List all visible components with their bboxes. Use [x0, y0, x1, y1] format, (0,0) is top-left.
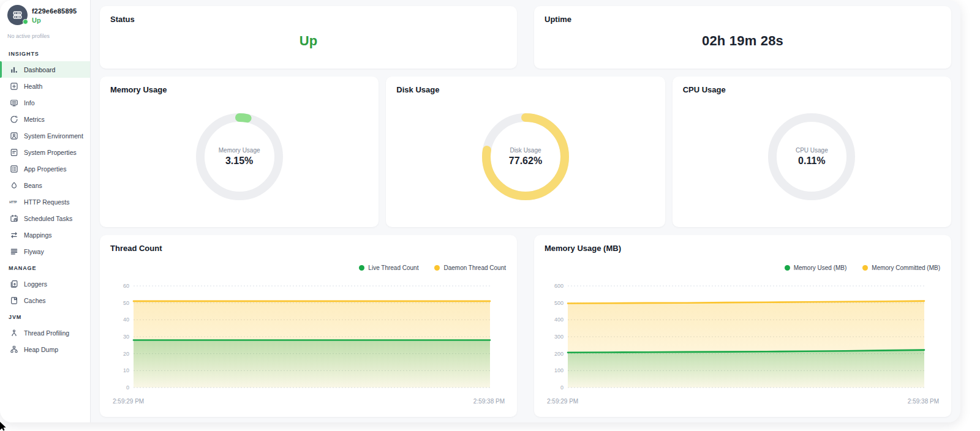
svg-text:2:59:29 PM: 2:59:29 PM	[113, 398, 144, 405]
sidebar: f229e6e85895 Up No active profiles INSIG…	[0, 0, 91, 422]
monitor-icon	[9, 98, 19, 108]
svg-text:500: 500	[554, 300, 564, 306]
sidebar-item-label: System Environment	[24, 132, 83, 140]
gauge-value: 0.11%	[798, 156, 825, 167]
gauge-value: 77.62%	[509, 156, 542, 167]
sidebar-item-label: Info	[24, 99, 35, 107]
sidebar-item-dashboard[interactable]: Dashboard	[0, 61, 90, 78]
gauge-label: Memory Usage	[219, 147, 260, 154]
memory-usage-mb-card: Memory Usage (MB) Memory Used (MB) Memor…	[534, 235, 951, 417]
thread-count-chart: 01020304050602:59:29 PM2:59:38 PM	[110, 281, 507, 413]
instance-header[interactable]: f229e6e85895 Up	[0, 4, 90, 25]
user-card-icon	[9, 131, 19, 141]
sidebar-section-insights: INSIGHTS	[0, 45, 90, 61]
svg-text:20: 20	[123, 351, 129, 357]
svg-text:10: 10	[123, 367, 129, 373]
uptime-value: 02h 19m 28s	[702, 33, 783, 49]
gauge-label: CPU Usage	[796, 147, 828, 154]
sidebar-item-heap-dump[interactable]: Heap Dump	[0, 341, 90, 358]
sidebar-item-caches[interactable]: Caches	[0, 292, 90, 309]
svg-text:60: 60	[123, 283, 129, 289]
sidebar-item-system-environment[interactable]: System Environment	[0, 127, 90, 144]
svg-text:600: 600	[554, 283, 564, 289]
svg-text:200: 200	[554, 351, 564, 357]
svg-text:40: 40	[123, 317, 129, 323]
org-chart-icon	[9, 345, 19, 354]
disk-usage-card: Disk Usage Disk Usage 77.62%	[386, 77, 665, 227]
memory-usage-card: Memory Usage Memory Usage 3.15%	[100, 77, 379, 227]
instance-id: f229e6e85895	[32, 7, 77, 15]
sidebar-item-metrics[interactable]: Metrics	[0, 111, 90, 127]
sidebar-item-system-properties[interactable]: System Properties	[0, 144, 90, 160]
sidebar-item-loggers[interactable]: Loggers	[0, 275, 90, 292]
tree-icon	[9, 328, 19, 338]
sidebar-item-label: Metrics	[24, 116, 45, 123]
calendar-clock-icon	[9, 214, 19, 223]
sidebar-item-label: Dashboard	[24, 66, 55, 73]
sidebar-item-label: App Properties	[24, 165, 66, 173]
stack-lines-icon	[9, 247, 19, 257]
status-dot	[23, 19, 28, 24]
sidebar-item-health[interactable]: Health	[0, 78, 90, 94]
chart-legend: Memory Used (MB) Memory Committed (MB)	[785, 264, 940, 271]
swap-arrows-icon	[9, 230, 19, 240]
doc-copy-icon	[9, 279, 19, 289]
cache-box-icon	[9, 296, 19, 305]
sidebar-item-http-requests[interactable]: HTTP HTTP Requests	[0, 193, 90, 210]
bean-icon	[9, 181, 19, 190]
sidebar-section-jvm: JVM	[0, 309, 90, 324]
doc-minus-icon	[9, 148, 19, 157]
svg-text:100: 100	[554, 367, 564, 373]
http-icon: HTTP	[9, 197, 19, 207]
svg-text:400: 400	[554, 317, 564, 323]
gauge-card-title: Memory Usage	[110, 85, 368, 94]
instance-avatar	[7, 5, 28, 25]
svg-text:2:59:38 PM: 2:59:38 PM	[908, 398, 939, 405]
svg-text:30: 30	[123, 334, 129, 340]
sidebar-item-app-properties[interactable]: App Properties	[0, 160, 90, 177]
status-value: Up	[300, 33, 318, 49]
legend-item[interactable]: Daemon Thread Count	[434, 264, 506, 271]
dashboard-main: Status Up Uptime 02h 19m 28s Memory Usag…	[91, 0, 960, 422]
app-window: f229e6e85895 Up No active profiles INSIG…	[0, 0, 960, 422]
gauge-row: Memory Usage Memory Usage 3.15% Disk Usa…	[100, 77, 951, 227]
chart-title: Thread Count	[110, 244, 507, 253]
sidebar-section-manage: MANAGE	[0, 260, 90, 275]
legend-label: Memory Committed (MB)	[872, 264, 940, 271]
status-card: Status Up	[100, 6, 517, 69]
legend-item[interactable]: Memory Used (MB)	[785, 264, 847, 271]
svg-text:300: 300	[554, 334, 564, 340]
legend-item[interactable]: Live Thread Count	[359, 264, 418, 271]
legend-dot	[785, 265, 790, 271]
gauge-label: Disk Usage	[510, 147, 541, 154]
chart-row: Thread Count Live Thread Count Daemon Th…	[100, 235, 951, 417]
chart-legend: Live Thread Count Daemon Thread Count	[359, 264, 506, 271]
list-box-icon	[9, 164, 19, 174]
sidebar-item-label: System Properties	[24, 149, 77, 156]
svg-text:50: 50	[123, 300, 129, 306]
svg-text:2:59:29 PM: 2:59:29 PM	[547, 398, 578, 405]
svg-text:2:59:38 PM: 2:59:38 PM	[473, 398, 505, 405]
legend-label: Live Thread Count	[368, 264, 418, 271]
legend-label: Daemon Thread Count	[443, 264, 506, 271]
legend-dot	[862, 265, 868, 271]
legend-item[interactable]: Memory Committed (MB)	[862, 264, 940, 271]
sidebar-item-scheduled-tasks[interactable]: Scheduled Tasks	[0, 210, 90, 227]
cpu-usage-card: CPU Usage CPU Usage 0.11%	[673, 77, 951, 227]
svg-text:0: 0	[126, 384, 129, 391]
sidebar-nav: INSIGHTS Dashboard Health Info Metrics S…	[0, 45, 90, 358]
instance-status: Up	[32, 17, 77, 24]
sidebar-item-thread-profiling[interactable]: Thread Profiling	[0, 324, 90, 341]
status-card-title: Status	[110, 15, 507, 24]
sidebar-item-info[interactable]: Info	[0, 94, 90, 111]
sidebar-item-label: Heap Dump	[24, 346, 58, 353]
server-icon	[12, 10, 23, 20]
svg-text:0: 0	[560, 384, 564, 391]
sidebar-item-label: HTTP Requests	[24, 198, 70, 206]
gauge-card-title: CPU Usage	[683, 85, 941, 94]
sidebar-item-mappings[interactable]: Mappings	[0, 227, 90, 243]
sidebar-item-flyway[interactable]: Flyway	[0, 243, 90, 260]
gauge-card-title: Disk Usage	[396, 85, 654, 94]
sidebar-item-beans[interactable]: Beans	[0, 177, 90, 193]
mouse-cursor	[0, 422, 7, 431]
